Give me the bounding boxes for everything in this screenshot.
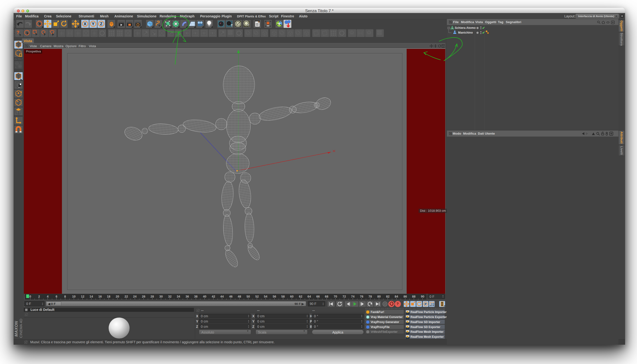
svg-text:Z: Z xyxy=(100,22,102,26)
svg-text:Y: Y xyxy=(92,22,94,26)
svg-text:T: T xyxy=(248,24,250,27)
svg-text:?: ? xyxy=(396,302,398,306)
svg-text:P: P xyxy=(424,302,427,306)
svg-text:X: X xyxy=(84,22,86,26)
svg-text:?: ? xyxy=(16,30,19,35)
svg-text:T: T xyxy=(231,24,233,27)
